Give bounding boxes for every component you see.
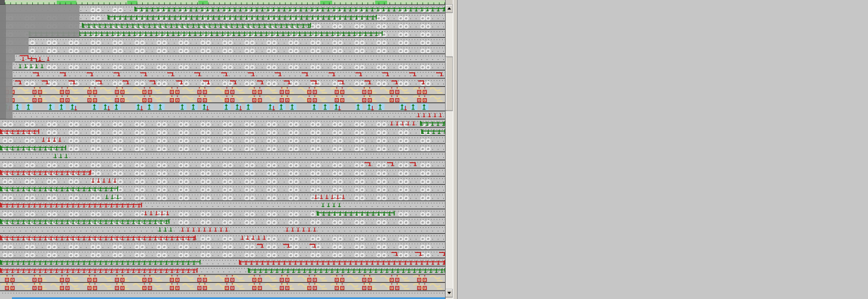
scrollbar-thumb[interactable] (446, 57, 453, 111)
scrollbar-up-button[interactable] (446, 5, 453, 13)
knit-design-workspace (0, 0, 868, 299)
fabric-simulation-view[interactable] (458, 0, 868, 299)
scrollbar-down-button[interactable] (446, 289, 453, 297)
ruler-selection-mark (127, 1, 137, 4)
ruler-selection-mark (375, 1, 387, 4)
left-vertical-scrollbar[interactable] (446, 5, 453, 299)
ruler-selection-mark (320, 1, 332, 4)
symbolic-technical-view[interactable] (0, 0, 458, 299)
shape-outside-area (0, 5, 79, 37)
ruler-selection-mark (57, 1, 76, 4)
pane-splitter[interactable] (453, 0, 458, 299)
